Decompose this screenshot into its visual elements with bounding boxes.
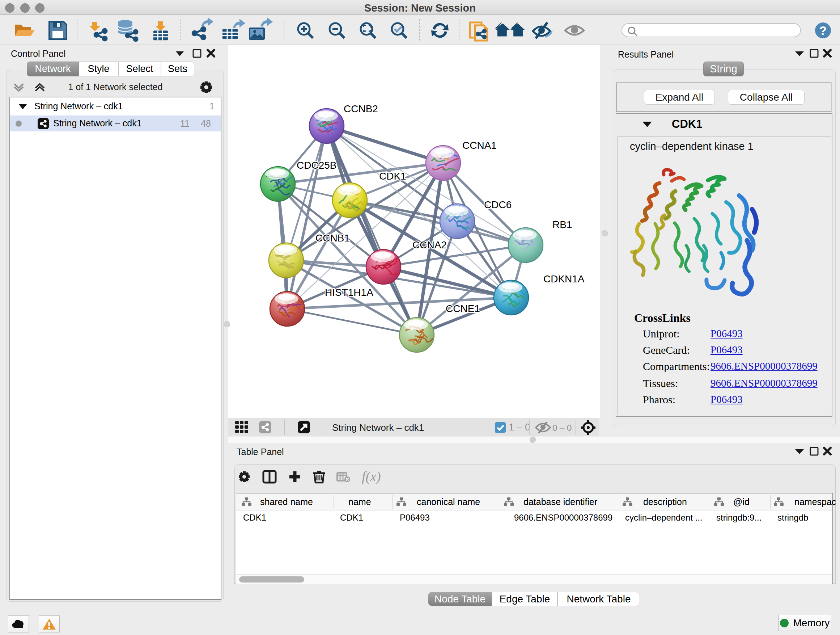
svg-text:CCNA2: CCNA2 — [412, 239, 447, 250]
svg-text:CCNB1: CCNB1 — [316, 233, 350, 244]
svg-text:CCNE1: CCNE1 — [446, 303, 480, 314]
svg-text:CDC6: CDC6 — [484, 199, 512, 211]
svg-text:CDC25B: CDC25B — [297, 160, 336, 171]
svg-text:CDK1: CDK1 — [379, 171, 406, 182]
svg-text:?: ? — [819, 24, 827, 37]
svg-text:CCNA1: CCNA1 — [462, 140, 497, 151]
svg-text:RB1: RB1 — [553, 219, 572, 230]
svg-text:CDKN1A: CDKN1A — [543, 273, 584, 285]
svg-text:CCNB2: CCNB2 — [344, 103, 378, 114]
svg-text:HIST1H1A: HIST1H1A — [325, 287, 373, 298]
svg-text:f(x): f(x) — [362, 469, 381, 485]
